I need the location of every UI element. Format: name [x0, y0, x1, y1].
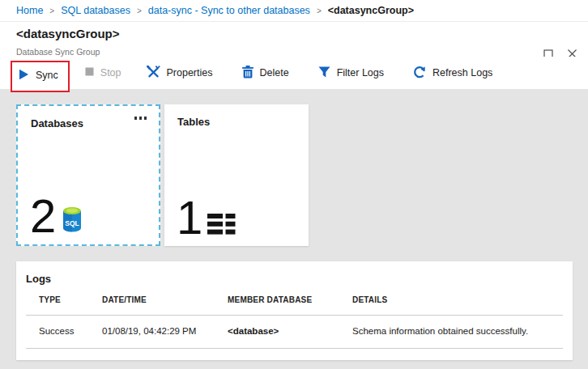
sql-database-icon: SQL	[61, 206, 83, 233]
breadcrumb-data-sync[interactable]: data-sync - Sync to other databases	[148, 5, 310, 16]
trash-icon	[242, 66, 254, 81]
logs-table-header: TYPE DATE/TIME MEMBER DATABASE DETAILS	[39, 295, 563, 315]
logs-table: TYPE DATE/TIME MEMBER DATABASE DETAILS S…	[39, 295, 563, 349]
refresh-logs-button-label: Refresh Logs	[432, 67, 492, 78]
breadcrumb: Home > SQL databases > data-sync - Sync …	[0, 0, 588, 22]
refresh-icon	[413, 66, 426, 81]
log-datetime-cell: 01/08/19, 04:42:29 PM	[102, 316, 228, 348]
filter-icon	[318, 66, 330, 80]
filter-logs-button[interactable]: Filter Logs	[309, 62, 394, 84]
stop-button[interactable]: Stop	[75, 62, 131, 84]
tables-count: 1	[177, 199, 201, 235]
play-icon	[19, 69, 29, 83]
page-title: <datasyncGroup>	[16, 27, 572, 40]
delete-button-label: Delete	[260, 67, 289, 78]
properties-button-label: Properties	[167, 67, 213, 78]
breadcrumb-current: <datasyncGroup>	[328, 5, 414, 16]
delete-button[interactable]: Delete	[232, 62, 299, 84]
tables-tile-value-row: 1	[177, 199, 236, 235]
command-bar: Sync Stop Properties	[0, 57, 588, 89]
sync-highlight-box: Sync	[11, 61, 70, 92]
tools-icon	[147, 66, 160, 81]
page-subtitle: Database Sync Group	[16, 47, 572, 57]
filter-logs-button-label: Filter Logs	[337, 67, 384, 78]
breadcrumb-home[interactable]: Home	[16, 5, 43, 16]
tables-tile[interactable]: Tables 1	[164, 104, 309, 246]
stop-icon	[85, 67, 94, 78]
table-row[interactable]: Success 01/08/19, 04:42:29 PM <database>…	[39, 316, 563, 348]
tables-tile-label: Tables	[177, 116, 296, 128]
content-area: Databases 2 SQL Tables 1	[0, 87, 588, 369]
svg-text:SQL: SQL	[66, 219, 79, 227]
column-header-type: TYPE	[39, 295, 102, 315]
databases-tile-value-row: 2 SQL	[30, 197, 83, 234]
logs-card: Logs TYPE DATE/TIME MEMBER DATABASE DETA…	[16, 261, 573, 360]
table-icon	[207, 214, 236, 235]
column-header-member-database: MEMBER DATABASE	[228, 295, 352, 315]
column-header-details: DETAILS	[352, 295, 563, 315]
chevron-right-icon: >	[317, 6, 322, 15]
table-divider	[26, 348, 563, 349]
stop-button-label: Stop	[100, 67, 121, 78]
chevron-right-icon: >	[49, 6, 54, 15]
sync-button-label: Sync	[36, 70, 58, 81]
log-details-cell: Schema information obtained successfully…	[352, 316, 563, 348]
properties-button[interactable]: Properties	[137, 62, 223, 84]
refresh-logs-button[interactable]: Refresh Logs	[403, 62, 502, 84]
logs-title: Logs	[26, 273, 565, 285]
tiles-row: Databases 2 SQL Tables 1	[16, 104, 588, 246]
sync-button[interactable]: Sync	[19, 69, 58, 83]
log-type-cell: Success	[39, 316, 102, 348]
databases-tile[interactable]: Databases 2 SQL	[16, 104, 160, 246]
page-header: <datasyncGroup> Database Sync Group	[0, 22, 588, 57]
databases-tile-label: Databases	[31, 117, 146, 129]
chevron-right-icon: >	[137, 6, 142, 15]
ellipsis-icon[interactable]	[132, 114, 150, 122]
databases-count: 2	[30, 197, 54, 234]
breadcrumb-sql-databases[interactable]: SQL databases	[61, 5, 130, 16]
column-header-datetime: DATE/TIME	[102, 295, 228, 315]
log-member-database-cell: <database>	[228, 316, 352, 348]
